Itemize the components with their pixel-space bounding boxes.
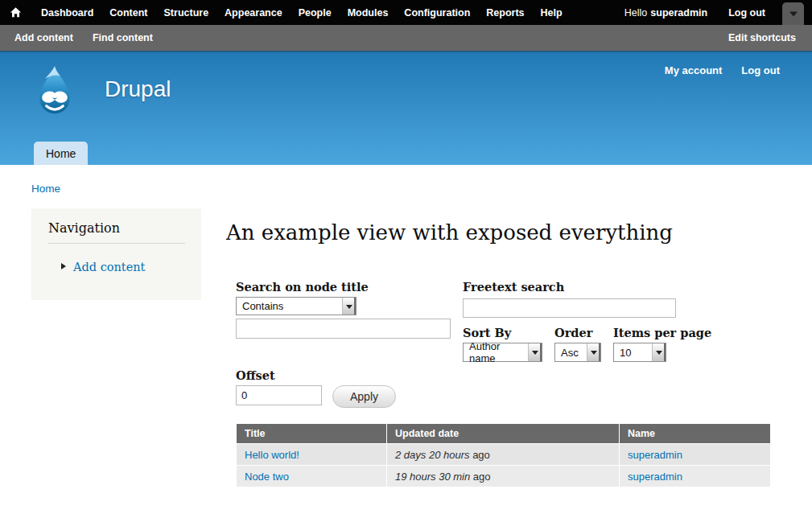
shortcut-find-content[interactable]: Find content xyxy=(93,32,153,43)
table-row: Hello world! 2 days 20 hours ago superad… xyxy=(237,444,770,465)
sort-by-label: Sort By xyxy=(463,326,511,339)
sidebar-item-add-content[interactable]: Add content xyxy=(31,261,201,273)
title-operator-select[interactable]: Contains xyxy=(236,297,357,315)
updated-date-cell: 19 hours 30 min ago xyxy=(387,466,619,487)
items-per-page-label: Items per page xyxy=(613,326,711,339)
site-name[interactable]: Drupal xyxy=(105,76,171,102)
toolbar-item-modules[interactable]: Modules xyxy=(340,7,397,19)
admin-toolbar: Dashboard Content Structure Appearance P… xyxy=(0,0,812,25)
title-filter-label: Search on node title xyxy=(236,280,369,294)
dropdown-arrow-icon xyxy=(528,343,542,361)
breadcrumb[interactable]: Home xyxy=(31,183,60,195)
order-value: Asc xyxy=(561,347,579,359)
toolbar-item-content[interactable]: Content xyxy=(101,7,155,19)
toolbar-logout-link[interactable]: Log out xyxy=(728,7,765,19)
toolbar-item-dashboard[interactable]: Dashboard xyxy=(33,7,101,19)
page-title: An example view with exposed everything xyxy=(226,220,673,245)
header-logout-link[interactable]: Log out xyxy=(741,64,780,76)
toolbar-item-reports[interactable]: Reports xyxy=(478,7,532,19)
toolbar-item-configuration[interactable]: Configuration xyxy=(396,7,478,19)
navigation-block: Navigation Add content xyxy=(31,208,201,300)
author-link[interactable]: superadmin xyxy=(628,449,682,461)
toolbar-item-structure[interactable]: Structure xyxy=(156,7,217,19)
navigation-block-title: Navigation xyxy=(31,208,201,236)
dropdown-arrow-icon xyxy=(342,298,356,315)
user-greeting: Hellosuperadmin xyxy=(624,7,707,19)
title-filter-input[interactable] xyxy=(236,319,451,339)
freetext-label: Freetext search xyxy=(463,280,564,294)
drupal-page: Dashboard Content Structure Appearance P… xyxy=(0,0,812,514)
table-header-row: Title Updated date Name xyxy=(237,424,770,443)
sidebar-item-label: Add content xyxy=(73,261,145,273)
results-table: Title Updated date Name Hello world! 2 d… xyxy=(236,423,771,487)
dropdown-arrow-icon xyxy=(652,343,666,361)
edit-shortcuts-link[interactable]: Edit shortcuts xyxy=(728,32,796,43)
username: superadmin xyxy=(650,7,707,19)
navigation-divider xyxy=(48,243,185,244)
chevron-down-icon xyxy=(789,12,798,17)
apply-button[interactable]: Apply xyxy=(332,385,396,408)
items-per-page-select[interactable]: 10 xyxy=(613,343,666,362)
updated-date-cell: 2 days 20 hours ago xyxy=(387,444,619,465)
toolbar-toggle-button[interactable] xyxy=(782,2,804,25)
items-per-page-value: 10 xyxy=(620,347,631,359)
freetext-input[interactable] xyxy=(463,298,676,318)
secondary-menu: My account Log out xyxy=(665,64,780,76)
author-link[interactable]: superadmin xyxy=(628,471,682,483)
column-header-updated: Updated date xyxy=(387,424,619,443)
table-row: Node two 19 hours 30 min ago superadmin xyxy=(237,466,770,487)
title-operator-value: Contains xyxy=(242,300,283,312)
toolbar-item-help[interactable]: Help xyxy=(533,7,571,19)
order-select[interactable]: Asc xyxy=(554,343,601,362)
collapsed-arrow-icon xyxy=(61,263,66,269)
node-title-link[interactable]: Node two xyxy=(245,471,289,483)
offset-input[interactable] xyxy=(236,385,322,405)
tab-home[interactable]: Home xyxy=(34,142,88,165)
column-header-name: Name xyxy=(620,424,770,443)
home-icon[interactable] xyxy=(10,6,22,19)
drupal-logo-icon[interactable] xyxy=(31,65,79,118)
column-header-title: Title xyxy=(237,424,386,443)
shortcuts-bar: Add content Find content Edit shortcuts xyxy=(0,25,812,51)
toolbar-item-appearance[interactable]: Appearance xyxy=(216,7,291,19)
shortcut-add-content[interactable]: Add content xyxy=(14,32,73,43)
toolbar-item-people[interactable]: People xyxy=(291,7,340,19)
offset-label: Offset xyxy=(236,368,275,382)
sort-by-select[interactable]: Author name xyxy=(463,343,542,362)
dropdown-arrow-icon xyxy=(587,343,600,361)
order-label: Order xyxy=(554,326,592,339)
sort-by-value: Author name xyxy=(469,340,528,364)
my-account-link[interactable]: My account xyxy=(665,64,723,76)
site-header: Drupal My account Log out Home xyxy=(0,51,812,165)
node-title-link[interactable]: Hello world! xyxy=(245,449,299,461)
